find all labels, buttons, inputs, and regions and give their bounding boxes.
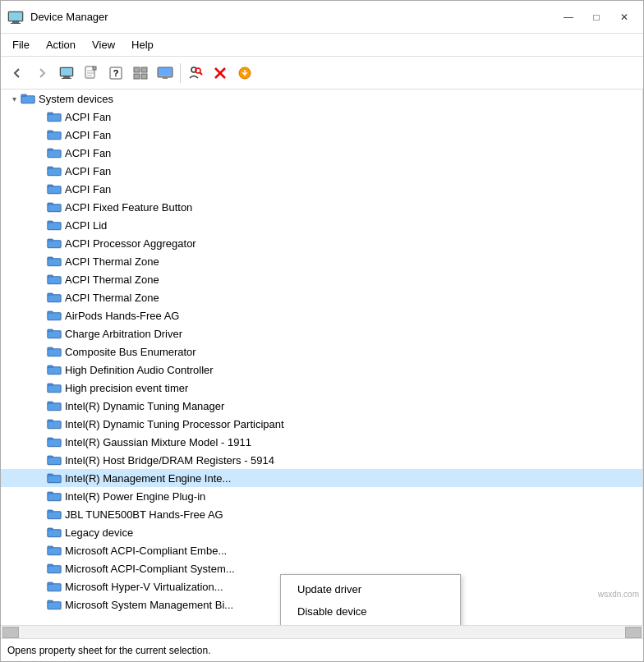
close-button[interactable]: ✕ (612, 7, 637, 27)
tree-item-label: Intel(R) Host Bridge/DRAM Registers - 59… (65, 454, 274, 467)
tree-item[interactable]: Microsoft ACPI-Compliant Embe... (1, 541, 642, 559)
svg-rect-81 (48, 402, 53, 403)
menu-file[interactable]: File (4, 35, 38, 54)
folder-icon (47, 364, 62, 375)
folder-icon (47, 346, 62, 357)
system-devices-folder-icon (21, 93, 35, 104)
tree-item[interactable]: Intel(R) Dynamic Tuning Manager (1, 397, 642, 415)
tree-item-label: Microsoft ACPI-Compliant Embe... (65, 545, 227, 557)
tree-item[interactable]: High Definition Audio Controller (1, 361, 642, 379)
tree-root-label: System devices (39, 93, 113, 105)
svg-rect-84 (48, 420, 53, 421)
svg-rect-17 (134, 74, 140, 79)
tree-item-label: Intel(R) Dynamic Tuning Processor Partic… (65, 418, 284, 430)
tree-item[interactable]: ACPI Fan (1, 144, 642, 162)
tree-item[interactable]: ACPI Fan (1, 126, 642, 144)
tree-item[interactable]: Intel(R) Management Engine Inte... (1, 469, 642, 487)
remove-button[interactable] (209, 62, 232, 85)
scan-icon (188, 66, 203, 80)
menu-action[interactable]: Action (38, 35, 84, 54)
tree-item[interactable]: ACPI Lid (1, 216, 642, 234)
svg-rect-46 (48, 187, 61, 193)
tree-item-label: JBL TUNE500BT Hands-Free AG (65, 508, 223, 521)
tree-item[interactable]: Charge Arbitration Driver (1, 324, 642, 342)
svg-rect-34 (48, 115, 61, 121)
menu-help[interactable]: Help (123, 35, 162, 54)
svg-rect-51 (48, 221, 53, 223)
tree-item[interactable]: AirPods Hands-Free AG (1, 306, 642, 324)
maximize-button[interactable]: □ (584, 7, 609, 27)
menu-bar: File Action View Help (1, 34, 643, 57)
svg-rect-72 (48, 347, 53, 349)
tree-root[interactable]: ▾ System devices (1, 90, 642, 108)
minimize-button[interactable]: — (556, 7, 581, 27)
tree-item[interactable]: ACPI Fan (1, 108, 642, 126)
tree-item[interactable]: Composite Bus Enumerator (1, 342, 642, 361)
tree-item[interactable]: JBL TUNE500BT Hands-Free AG (1, 505, 642, 523)
tree-item[interactable]: ACPI Processor Aggregator (1, 234, 642, 252)
tree-item-label: ACPI Fan (65, 147, 111, 159)
folder-icon (47, 526, 62, 538)
svg-rect-64 (48, 296, 61, 301)
folder-icon (47, 436, 62, 448)
folder-icon (47, 508, 62, 520)
back-button[interactable] (6, 62, 29, 85)
tree-item[interactable]: High precision event timer (1, 379, 642, 397)
update-icon (237, 66, 252, 80)
ctx-uninstall-device[interactable]: Uninstall device (281, 623, 460, 625)
tree-item[interactable]: Intel(R) Dynamic Tuning Processor Partic… (1, 415, 642, 433)
h-scroll-right[interactable] (625, 627, 642, 638)
svg-rect-85 (48, 422, 61, 428)
svg-rect-2 (12, 21, 19, 23)
help-button[interactable]: ? (104, 62, 127, 85)
tree-item-label: Charge Arbitration Driver (65, 328, 182, 340)
svg-rect-5 (61, 68, 72, 76)
forward-button[interactable] (30, 62, 53, 85)
device-manager-window: Device Manager — □ ✕ File Action View He… (0, 0, 644, 662)
svg-rect-6 (63, 76, 70, 78)
tree-item-label: Intel(R) Power Engine Plug-in (65, 490, 205, 503)
folder-icon (47, 490, 62, 502)
monitor-button[interactable] (154, 62, 177, 85)
title-bar-left: Device Manager (7, 9, 108, 25)
svg-rect-39 (48, 149, 53, 150)
svg-rect-96 (48, 492, 53, 494)
device-properties-button[interactable] (80, 62, 103, 85)
update-button[interactable] (233, 62, 256, 85)
tree-item-label: ACPI Fan (65, 183, 111, 195)
tree-item[interactable]: ACPI Fan (1, 162, 642, 180)
svg-rect-76 (48, 368, 61, 374)
h-scroll-left[interactable] (2, 627, 19, 638)
title-icon (7, 9, 24, 25)
tree-item-label: AirPods Hands-Free AG (65, 310, 179, 322)
tree-item[interactable]: ACPI Thermal Zone (1, 252, 642, 270)
svg-rect-111 (48, 582, 53, 584)
tree-item[interactable]: Intel(R) Power Engine Plug-in (1, 487, 642, 505)
tree-item[interactable]: ACPI Fan (1, 180, 642, 198)
tree-item[interactable]: Legacy device (1, 523, 642, 541)
tree-item[interactable]: Intel(R) Host Bridge/DRAM Registers - 59… (1, 451, 642, 469)
ctx-disable-device[interactable]: Disable device (281, 600, 460, 623)
scan-button[interactable] (184, 62, 207, 85)
status-text: Opens property sheet for the current sel… (7, 645, 210, 656)
tree-item[interactable]: ACPI Thermal Zone (1, 270, 642, 288)
tree-item[interactable]: Intel(R) Gaussian Mixture Model - 1911 (1, 433, 642, 451)
folder-icon (47, 599, 62, 610)
svg-rect-31 (22, 97, 34, 103)
tree-item[interactable]: ACPI Fixed Feature Button (1, 198, 642, 216)
toolbar-separator-1 (180, 63, 181, 83)
ctx-update-driver[interactable]: Update driver (281, 578, 460, 600)
horizontal-scrollbar[interactable] (1, 625, 643, 638)
svg-rect-58 (48, 260, 61, 265)
svg-rect-102 (48, 528, 53, 530)
properties-button[interactable] (55, 62, 78, 85)
svg-rect-55 (48, 241, 61, 247)
tree-item[interactable]: ACPI Thermal Zone (1, 288, 642, 306)
svg-rect-15 (134, 67, 140, 72)
tree-panel[interactable]: ▾ System devices ACPI Fan (1, 90, 643, 625)
svg-rect-36 (48, 131, 53, 132)
svg-rect-70 (48, 332, 61, 338)
menu-view[interactable]: View (84, 35, 123, 54)
svg-rect-63 (48, 293, 53, 295)
view-button[interactable] (129, 62, 152, 85)
